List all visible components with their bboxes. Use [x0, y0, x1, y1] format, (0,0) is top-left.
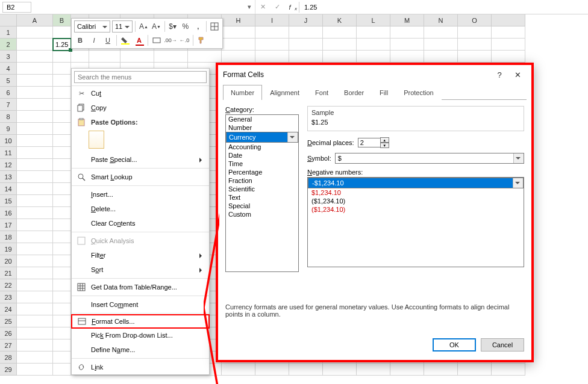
row-header[interactable]: 21 — [0, 267, 17, 279]
cancel-button[interactable]: Cancel — [481, 338, 524, 351]
menu-copy[interactable]: Copy — [72, 101, 209, 115]
cell[interactable] — [424, 26, 458, 39]
borders-icon[interactable] — [209, 20, 220, 33]
cell[interactable] — [17, 123, 53, 135]
cell[interactable] — [289, 51, 323, 63]
cell[interactable] — [53, 183, 71, 195]
cell[interactable] — [17, 243, 53, 255]
decimal-places-spinner[interactable]: ▲▼ — [358, 137, 389, 148]
row-header[interactable]: 1 — [0, 26, 17, 39]
row-header[interactable]: 26 — [0, 327, 17, 339]
row-header[interactable]: 3 — [0, 51, 17, 63]
cell[interactable] — [458, 51, 492, 63]
cell[interactable] — [17, 75, 53, 87]
cell[interactable] — [17, 111, 53, 123]
cell[interactable] — [17, 303, 53, 315]
cell[interactable] — [357, 364, 390, 376]
menu-clear-contents[interactable]: Clear Contents — [72, 216, 209, 231]
paste-default-icon[interactable] — [89, 131, 104, 149]
column-header[interactable]: H — [222, 14, 255, 26]
category-item[interactable]: Date — [226, 151, 298, 159]
cell[interactable] — [17, 39, 53, 51]
row-header[interactable]: 28 — [0, 351, 17, 364]
cell[interactable] — [53, 63, 71, 75]
cell[interactable] — [53, 123, 71, 135]
cell[interactable] — [53, 219, 71, 231]
cell[interactable] — [53, 291, 71, 303]
cell[interactable] — [17, 364, 53, 376]
cell[interactable] — [458, 364, 492, 376]
row-header[interactable]: 7 — [0, 99, 17, 111]
column-header[interactable]: I — [255, 14, 289, 26]
category-item[interactable]: Currency — [226, 132, 298, 143]
category-item[interactable]: Number — [226, 123, 298, 132]
ok-button[interactable]: OK — [433, 338, 476, 351]
cell[interactable] — [53, 267, 71, 279]
menu-get-data[interactable]: Get Data from Table/Range... — [72, 280, 209, 294]
menu-insert-comment[interactable]: Insert Comment — [72, 297, 209, 312]
cell[interactable] — [53, 26, 71, 39]
column-header[interactable]: O — [458, 14, 492, 26]
menu-pick-list[interactable]: Pick From Drop-down List... — [72, 328, 209, 342]
row-header[interactable]: 22 — [0, 279, 17, 291]
cell[interactable] — [53, 207, 71, 219]
cell[interactable] — [492, 51, 525, 63]
category-listbox[interactable]: GeneralNumberCurrencyAccountingDateTimeP… — [225, 114, 299, 272]
menu-sort[interactable]: Sort — [72, 262, 209, 277]
font-select[interactable]: Calibri — [74, 20, 110, 33]
cell[interactable] — [53, 255, 71, 267]
row-header[interactable]: 14 — [0, 183, 17, 195]
row-header[interactable]: 6 — [0, 87, 17, 99]
cell[interactable] — [17, 291, 53, 303]
cell[interactable] — [53, 147, 71, 159]
cell[interactable] — [458, 39, 492, 51]
cell[interactable] — [255, 51, 289, 63]
menu-insert[interactable]: Insert... — [72, 187, 209, 202]
category-item[interactable]: Accounting — [226, 143, 298, 151]
cell[interactable] — [53, 243, 71, 255]
increase-font-icon[interactable]: A▲ — [138, 20, 149, 33]
row-header[interactable]: 27 — [0, 339, 17, 351]
cell[interactable] — [222, 26, 255, 39]
merge-center-icon[interactable] — [151, 34, 163, 46]
category-item[interactable]: Text — [226, 193, 298, 202]
column-header[interactable]: A — [17, 14, 53, 26]
cell[interactable] — [323, 39, 357, 51]
cell[interactable] — [492, 364, 525, 376]
cell[interactable] — [53, 195, 71, 207]
cell[interactable] — [424, 39, 458, 51]
negative-option[interactable]: -$1,234.10 — [308, 178, 524, 188]
column-header[interactable]: J — [289, 14, 323, 26]
cell[interactable] — [53, 364, 71, 376]
category-item[interactable]: General — [226, 115, 298, 123]
row-header[interactable]: 4 — [0, 63, 17, 75]
tab-protection[interactable]: Protection — [396, 85, 442, 100]
category-item[interactable]: Special — [226, 202, 298, 210]
spin-down-icon[interactable]: ▼ — [380, 143, 389, 148]
cell[interactable] — [323, 51, 357, 63]
formula-value[interactable]: 1.25 — [299, 4, 317, 11]
cell[interactable] — [53, 315, 71, 327]
font-color-icon[interactable]: A — [133, 34, 145, 46]
row-header[interactable]: 12 — [0, 159, 17, 171]
font-size-select[interactable]: 11 — [112, 20, 133, 33]
cell[interactable] — [17, 219, 53, 231]
cell[interactable] — [357, 26, 390, 39]
cell[interactable] — [357, 51, 390, 63]
cell[interactable] — [289, 364, 323, 376]
menu-cut[interactable]: ✂Cut — [72, 86, 209, 101]
cell[interactable] — [17, 255, 53, 267]
format-painter-icon[interactable] — [196, 34, 208, 46]
menu-link[interactable]: Link — [72, 360, 209, 374]
column-header[interactable]: B — [53, 14, 71, 26]
menu-search-input[interactable] — [74, 71, 207, 83]
category-item[interactable]: Percentage — [226, 168, 298, 176]
spin-up-icon[interactable]: ▲ — [380, 137, 389, 143]
cell[interactable] — [323, 26, 357, 39]
symbol-select[interactable]: $ — [335, 153, 524, 164]
cell[interactable] — [222, 364, 255, 376]
cell[interactable] — [17, 159, 53, 171]
cell[interactable] — [17, 351, 53, 364]
cell[interactable] — [188, 51, 222, 63]
cell[interactable] — [17, 147, 53, 159]
